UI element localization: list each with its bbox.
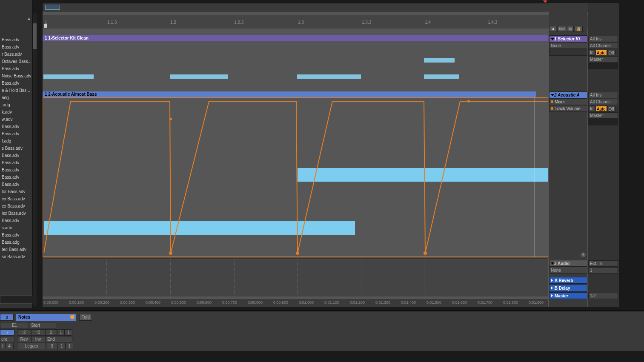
io-monitor-off[interactable]: Off: [607, 106, 615, 111]
midi-note[interactable]: [424, 168, 548, 182]
browser-item[interactable]: Noise Bass.adv: [0, 72, 32, 80]
browser-item[interactable]: Bass.adv: [0, 181, 32, 188]
sig-numerator-field[interactable]: /: [0, 343, 5, 349]
midi-note[interactable]: [44, 221, 171, 235]
browser-item[interactable]: Bass.adv: [0, 217, 32, 224]
scrollbar-thumb[interactable]: [33, 23, 37, 49]
browser-item[interactable]: I.adg: [0, 137, 32, 145]
track2-clip-header[interactable]: 1 2-Acoustic Almost Bass: [43, 91, 536, 97]
browser-item[interactable]: .adg: [0, 101, 32, 108]
set-button[interactable]: Set: [557, 26, 567, 32]
return-a-header[interactable]: A Reverb: [549, 277, 587, 284]
browser-item[interactable]: s.adv: [0, 224, 32, 231]
io-output[interactable]: Master: [588, 56, 618, 63]
return-b-header[interactable]: B Delay: [549, 285, 587, 291]
search-input[interactable]: [0, 295, 32, 304]
track2-header[interactable]: 2 Acoustic A: [549, 91, 587, 98]
browser-item[interactable]: Bass.adv: [0, 36, 32, 43]
browser-item[interactable]: ted Bass.adv: [0, 246, 32, 253]
browser-item[interactable]: ex Bass.adv: [0, 195, 32, 202]
track2-lane[interactable]: [43, 97, 548, 257]
browser-item[interactable]: Bass.adv: [0, 166, 32, 174]
browser-item[interactable]: e & Hold Bas...: [0, 87, 32, 94]
root-note-field[interactable]: E1: [0, 322, 29, 328]
add-marker-button[interactable]: ⊕: [567, 26, 574, 32]
browser-item[interactable]: tor Bass.adv: [0, 188, 32, 195]
start-beat-field[interactable]: 1: [57, 329, 65, 336]
reverse-button[interactable]: Rev: [17, 336, 31, 342]
browser-item[interactable]: Bass.adv: [0, 130, 32, 137]
end-bar-field[interactable]: 3: [46, 343, 58, 349]
lock-button[interactable]: 🔒: [575, 26, 583, 32]
track1-lane[interactable]: [43, 41, 591, 91]
loop-end-marker-icon[interactable]: [543, 0, 547, 3]
track2-device-selector[interactable]: Mixer: [549, 98, 587, 105]
automation-lane[interactable]: 1/64: [43, 258, 548, 296]
midi-note[interactable]: [424, 58, 455, 63]
track2-param-selector[interactable]: Track Volume: [549, 105, 587, 112]
double-time-button[interactable]: *2: [31, 329, 45, 336]
clip-tab[interactable]: p: [0, 314, 14, 321]
playhead-marker-icon[interactable]: [44, 24, 47, 28]
midi-note[interactable]: [424, 74, 459, 79]
notes-section-header[interactable]: Notes: [16, 314, 76, 321]
time-ruler[interactable]: 0:00:000 0:00:100 0:00:200 0:00:300 0:00…: [43, 299, 548, 307]
browser-item[interactable]: Bass.adv: [0, 159, 32, 166]
add-lane-button[interactable]: +: [581, 252, 586, 257]
io-input-type[interactable]: Ext. In: [588, 260, 618, 267]
io-monitor-in[interactable]: In: [588, 105, 595, 112]
browser-item[interactable]: Bass.adv: [0, 65, 32, 72]
browser-item[interactable]: r Bass.adv: [0, 51, 32, 58]
browser-item[interactable]: adg: [0, 94, 32, 101]
collapse-arrow-icon[interactable]: ▲: [27, 16, 31, 21]
browser-item[interactable]: Bass.adv: [0, 231, 32, 239]
overview-bar[interactable]: [43, 3, 591, 11]
midi-note[interactable]: [297, 74, 361, 79]
invert-button[interactable]: Inv: [31, 336, 45, 342]
browser-item[interactable]: lex Bass.adv: [0, 210, 32, 217]
browser-item[interactable]: Octaves Bass...: [0, 58, 32, 65]
overview-selection[interactable]: [45, 5, 60, 10]
io-output[interactable]: Master: [588, 112, 618, 119]
browser-scrollbar[interactable]: [33, 13, 37, 306]
beat-ruler[interactable]: 1 1.1.3 1.2 1.2.3 1.3 1.3.3 1.4 1.4.3: [43, 15, 591, 29]
track1-slot[interactable]: [549, 49, 587, 56]
master-header[interactable]: Master: [549, 292, 587, 299]
track1-clip-header[interactable]: 1 1-Selector Kit Clean: [43, 35, 548, 41]
midi-note[interactable]: [298, 168, 425, 182]
track3-header[interactable]: 3 Audio: [549, 260, 587, 267]
fold-button[interactable]: Fold: [79, 314, 92, 321]
browser-item[interactable]: Bass.adg: [0, 239, 32, 246]
browser-item[interactable]: Bass.adv: [0, 80, 32, 87]
browser-item[interactable]: w.adv: [0, 116, 32, 123]
back-button[interactable]: ◄: [549, 26, 556, 32]
io-monitor-auto[interactable]: Auto: [595, 106, 607, 111]
io-input-type[interactable]: All Ins: [588, 92, 618, 98]
start-bar-field[interactable]: 2: [45, 329, 57, 336]
sig-denominator-field[interactable]: 4: [5, 343, 14, 349]
track1-header[interactable]: 1 Selector Ki: [549, 35, 587, 42]
io-send[interactable]: [588, 63, 618, 69]
midi-note[interactable]: [170, 221, 355, 235]
clip-color-selector[interactable]: ▾: [0, 329, 14, 336]
track1-input-selector[interactable]: None: [549, 42, 587, 49]
midi-note[interactable]: [170, 74, 228, 79]
legato-button[interactable]: Legato: [17, 343, 46, 349]
midi-note[interactable]: [43, 74, 94, 79]
browser-item[interactable]: so Bass.adv: [0, 253, 32, 260]
end-beat-field[interactable]: 1: [58, 343, 66, 349]
track2-clip[interactable]: [43, 97, 548, 257]
start-sixteenth-field[interactable]: 1: [65, 329, 72, 336]
io-input-type[interactable]: All Ins: [588, 36, 618, 42]
io-monitor-auto[interactable]: Auto: [595, 50, 607, 55]
io-monitor-off[interactable]: Off: [607, 50, 615, 55]
browser-item[interactable]: Bass.adv: [0, 152, 32, 159]
browser-item[interactable]: Bass.adv: [0, 174, 32, 181]
half-time-button[interactable]: :2: [17, 329, 31, 336]
end-sixteenth-field[interactable]: 1: [66, 343, 73, 349]
browser-item[interactable]: Bass.adv: [0, 43, 32, 51]
io-master-out[interactable]: 1/2: [588, 293, 618, 299]
io-send[interactable]: [588, 119, 618, 125]
browser-item[interactable]: k.adv: [0, 108, 32, 116]
track3-input-selector[interactable]: None: [549, 267, 587, 274]
